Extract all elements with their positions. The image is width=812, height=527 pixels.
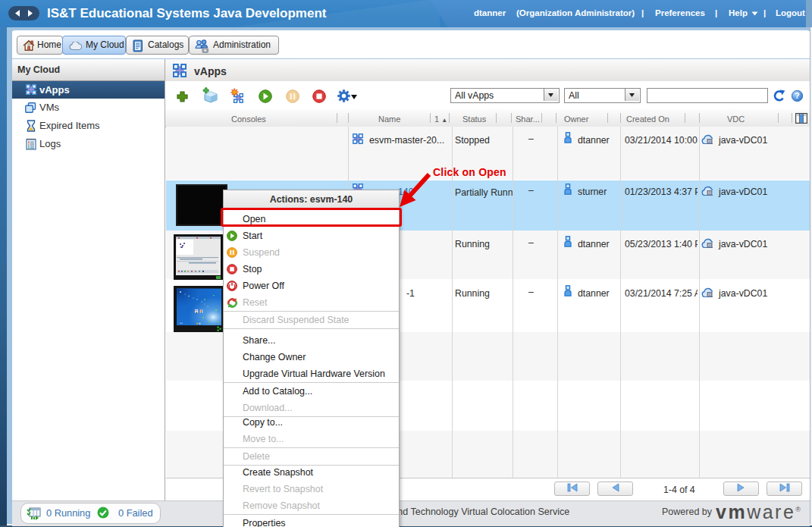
svg-text:?: ? [795,91,799,100]
